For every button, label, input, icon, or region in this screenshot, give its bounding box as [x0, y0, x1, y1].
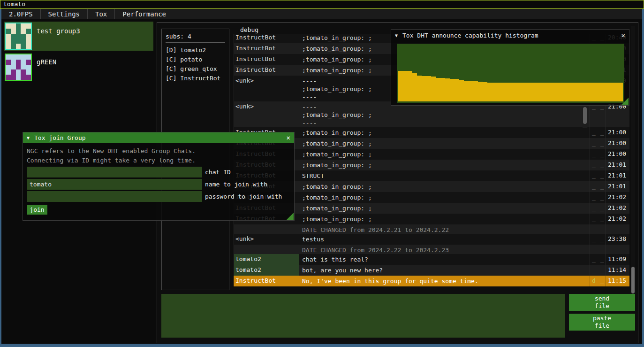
join-field-row: chat ID: [27, 167, 290, 177]
histogram-bin: [567, 83, 571, 101]
avatar-pixel: [26, 60, 31, 65]
message-row[interactable]: tomato2chat is this real?_ _11:09: [234, 254, 629, 265]
avatar-pixel: [21, 23, 26, 29]
histogram-bin: [614, 83, 618, 101]
flag-char: _: [592, 215, 596, 222]
field-label: password to join with: [205, 193, 282, 200]
paste-file-button[interactable]: paste file: [569, 314, 635, 331]
histogram-bin: [609, 83, 614, 101]
members-count: subs: 4: [166, 33, 225, 40]
collapse-arrow-icon[interactable]: ▼: [27, 135, 30, 140]
send-file-button[interactable]: send file: [569, 294, 635, 311]
histogram-bin: [534, 83, 539, 101]
flag-char: _: [596, 215, 605, 222]
avatar-pixel: [6, 69, 11, 75]
avatar-pixel: [26, 65, 31, 70]
histogram-bin: [576, 83, 581, 101]
histogram-bin: [436, 78, 440, 101]
sender-name: InstructBot: [234, 34, 299, 43]
menu-item-settings[interactable]: Settings: [41, 9, 87, 19]
message-text: ;tomato_in_group: ;: [299, 127, 590, 138]
flag-char: _: [596, 266, 605, 273]
message-time: 11:09: [606, 254, 629, 265]
name-to-join-with-input[interactable]: [27, 179, 202, 190]
sender-name: <unk>: [234, 76, 299, 101]
menu-item-2-0fps[interactable]: 2.0FPS: [1, 9, 40, 19]
histogram-bin: [487, 83, 492, 101]
resize-grip[interactable]: [621, 98, 629, 105]
histogram-bin: [544, 83, 548, 101]
histogram-bin: [450, 79, 455, 101]
histogram-bin: [403, 71, 408, 101]
histogram-bin: [464, 81, 469, 101]
sidebar-item-green[interactable]: gREEN: [4, 53, 153, 82]
message-input[interactable]: [161, 294, 565, 338]
message-time: 21:01: [606, 181, 629, 192]
chat-scrollbar-thumb[interactable]: [631, 267, 635, 293]
histogram-bin: [473, 81, 478, 101]
flag-char: _: [596, 150, 605, 157]
avatar-pixel: [16, 60, 21, 65]
sender-name: [234, 245, 299, 254]
message-scrollbar-thumb[interactable]: [583, 107, 587, 124]
member-item[interactable]: [C] potato: [166, 55, 225, 64]
histogram-bin: [571, 83, 576, 101]
message-row[interactable]: InstructBotNo, I've been in this group f…: [234, 276, 629, 286]
field-label: name to join with: [205, 181, 267, 188]
collapse-arrow-icon[interactable]: ▼: [395, 33, 398, 38]
message-time: 23:38: [606, 234, 629, 245]
join-field-row: name to join with: [27, 179, 290, 190]
avatar-pixel: [11, 39, 16, 44]
window-border-bottom: [0, 344, 644, 347]
histogram-bin: [515, 83, 520, 101]
sidebar-item-test_group3[interactable]: test_group3: [4, 22, 153, 51]
flag-char: _: [596, 129, 605, 136]
avatar-pixel: [16, 54, 21, 60]
flag-char: _: [596, 139, 605, 147]
menu-item-performance[interactable]: Performance: [115, 9, 174, 19]
flag-char: d: [592, 277, 596, 284]
window-titlebar[interactable]: tomato: [0, 0, 644, 9]
message-text: DATE CHANGED from 2024.2.21 to 2024.2.22: [299, 224, 590, 234]
sender-name: InstructBot: [234, 43, 299, 54]
member-item[interactable]: [C] InstructBot: [166, 74, 225, 83]
message-time: 21:00: [606, 149, 629, 160]
join-group-titlebar[interactable]: ▼ Tox join Group ✕: [23, 132, 294, 143]
message-time: 21:02: [606, 192, 629, 203]
member-item[interactable]: [C] green_qtox: [166, 64, 225, 74]
chat-scrollbar-track: [631, 26, 635, 294]
flag-char: _: [592, 161, 596, 168]
message-flags: _ _: [590, 127, 606, 138]
password-to-join-with-input[interactable]: [27, 191, 202, 202]
avatar-pixel: [6, 44, 11, 49]
histogram-bin: [530, 83, 534, 101]
message-flags: _ _: [590, 138, 606, 149]
menu-item-tox[interactable]: Tox: [88, 9, 114, 19]
message-row[interactable]: tomato2bot, are you new here?_ _11:14: [234, 265, 629, 276]
avatar-pixel: [11, 23, 16, 29]
chat-id-input[interactable]: [27, 167, 202, 177]
avatar-pixel: [16, 34, 21, 39]
avatar-pixel: [21, 54, 26, 60]
histogram-bin: [483, 82, 487, 101]
histogram-bin: [585, 83, 590, 101]
dht-histogram-titlebar[interactable]: ▼ Tox DHT announce capability histogram …: [391, 30, 629, 41]
histogram-bin: [553, 83, 557, 101]
sender-name: InstructBot: [234, 276, 299, 286]
message-flags: d _: [590, 276, 606, 286]
close-icon[interactable]: ✕: [621, 31, 625, 39]
histogram-bin: [497, 83, 501, 101]
field-label: chat ID: [205, 169, 231, 176]
group-name: test_group3: [37, 27, 80, 50]
resize-grip[interactable]: [287, 213, 294, 220]
avatar-pixel: [16, 65, 21, 70]
message-row[interactable]: <unk>testus_ _23:38: [234, 234, 629, 245]
member-item[interactable]: [D] tomato2: [166, 46, 225, 55]
avatar-pixel: [21, 34, 26, 39]
message-time: 21:00: [606, 138, 629, 149]
group-name: gREEN: [37, 58, 56, 81]
message-line: ----: [302, 119, 590, 127]
join-button[interactable]: join: [27, 205, 47, 215]
close-icon[interactable]: ✕: [287, 134, 290, 141]
flag-char: _: [596, 183, 605, 190]
